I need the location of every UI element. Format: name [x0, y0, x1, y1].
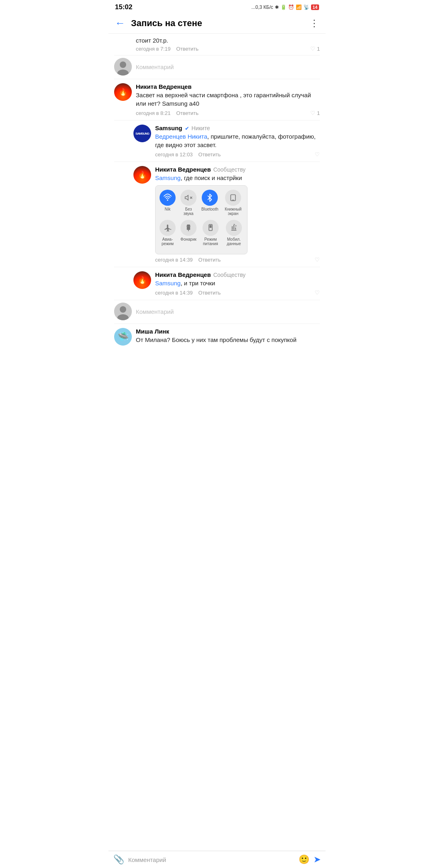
comment-text: Ведренцев Никита, пришлите, пожалуйста, … [155, 132, 320, 149]
comment-row: 🔥 Никита Ведренцев Засвет на верхней час… [108, 79, 326, 120]
reply-button[interactable]: Ответить [199, 290, 221, 296]
reply-to: Сообществу [213, 272, 246, 278]
header: ← Запись на стене ⋮ [108, 13, 326, 34]
comment-text: Засвет на верхней части смартфона , это … [136, 91, 320, 108]
reply-to: Никите [192, 125, 210, 131]
comment-text: От Милана? Боюсь у них там проблемы буду… [136, 336, 320, 344]
mobile-data-label: Мобил. данные [225, 237, 243, 246]
avatar: 🔥 [133, 271, 151, 289]
bluetooth-label: Bluetooth [201, 207, 218, 211]
comment-meta: сегодня в 14:39 Ответить ♡ [155, 256, 320, 263]
like-area: ♡ 1 [310, 45, 320, 52]
avatar: 🔥 [133, 166, 151, 184]
bluetooth-toggle-icon [202, 190, 218, 206]
wifi-label: Nik [165, 207, 170, 211]
svg-rect-8 [187, 227, 190, 230]
avatar: SAMSUNG [133, 125, 151, 142]
comment-text: Samsung, где поиск и настрйки [155, 174, 320, 182]
like-area: ♡ [315, 256, 320, 263]
flashlight-toggle-icon [180, 220, 197, 236]
reply-button[interactable]: Ответить [176, 110, 199, 116]
wifi-toggle-icon [160, 190, 176, 206]
like-count: 1 [317, 110, 320, 116]
author-name: Никита Ведренцев [155, 271, 211, 278]
heart-icon[interactable]: ♡ [315, 151, 320, 158]
toggle-mobile-data: Мобил. данные [225, 220, 243, 246]
comment-body: Никита Ведренцев Засвет на верхней части… [136, 83, 320, 116]
battery-percent: 14 [311, 4, 319, 10]
rotation-toggle-icon [225, 190, 241, 206]
author-name: Samsung [155, 125, 182, 131]
avatar: 🔥 [114, 83, 132, 101]
comment-time: сегодня в 12:03 [155, 151, 193, 158]
status-bar: 15:02 ...0,3 КБ/с ✱ 🔋 ⏰ 📶 📡 14 [108, 0, 326, 13]
comment-body: Samsung ✔ Никите Ведренцев Никита, пришл… [155, 125, 320, 158]
comment-meta: сегодня в 12:03 Ответить ♡ [155, 151, 320, 158]
comment-row: 🔥 Никита Ведренцев Сообществу Samsung, г… [108, 162, 326, 267]
reply-button[interactable]: Ответить [199, 151, 221, 158]
placeholder-text: Комментарий [136, 63, 174, 70]
wifi-icon: 📡 [303, 4, 309, 10]
svg-rect-11 [209, 225, 211, 228]
flashlight-label: Фонарик [180, 237, 197, 242]
toggle-power-mode: Режим питания [201, 220, 220, 246]
bluetooth-status-icon: ✱ [275, 4, 279, 10]
mention-link[interactable]: Samsung [155, 174, 180, 181]
placeholder-text: Комментарий [136, 308, 174, 315]
toggle-bluetooth: Bluetooth [201, 190, 218, 216]
comments-feed: стоит 20т.р. сегодня в 7:19 Ответить ♡ 1… [108, 34, 326, 378]
comment-body: Миша Линк От Милана? Боюсь у них там про… [136, 328, 320, 346]
comment-time: сегодня в 8:21 [136, 110, 170, 116]
comment-text: Samsung, и три точки [155, 279, 320, 287]
avatar: 🛸 [114, 328, 132, 346]
power-toggle-icon [203, 220, 219, 236]
page-title: Запись на стене [131, 18, 309, 29]
comment-time: сегодня в 14:39 [155, 290, 193, 296]
heart-icon[interactable]: ♡ [310, 110, 315, 116]
comment-meta: сегодня в 7:19 Ответить ♡ 1 [136, 45, 320, 54]
screenshot-image: Nik Без звука Bluetooth [155, 185, 248, 254]
status-icons: ...0,3 КБ/с ✱ 🔋 ⏰ 📶 📡 14 [252, 4, 319, 10]
mobile-data-toggle-icon [226, 220, 242, 236]
toggle-screen-rotation: Книжный экран [223, 190, 243, 216]
comment-time: сегодня в 7:19 [136, 46, 170, 52]
comment-row: 🛸 Миша Линк От Милана? Боюсь у них там п… [108, 324, 326, 350]
reply-button[interactable]: Ответить [176, 46, 199, 52]
airplane-toggle-icon [160, 220, 176, 236]
placeholder-comment-1: Комментарий [108, 55, 326, 79]
book-screen-label: Книжный экран [223, 207, 243, 216]
back-button[interactable]: ← [115, 17, 125, 29]
heart-icon[interactable]: ♡ [310, 45, 315, 52]
svg-point-1 [120, 61, 126, 68]
toggle-mute: Без звука [180, 190, 197, 216]
alarm-icon: ⏰ [288, 4, 294, 10]
battery-icon: 🔋 [280, 4, 287, 10]
toggle-airplane: Авиа-режим [160, 220, 176, 246]
mention-link[interactable]: Ведренцев Никита [155, 133, 207, 140]
toggle-wifi: Nik [160, 190, 176, 216]
author-name: Никита Ведренцев [155, 166, 211, 173]
mute-toggle-icon [180, 190, 197, 206]
mention-link[interactable]: Samsung [155, 280, 180, 287]
comment-body: Никита Ведренцев Сообществу Samsung, где… [155, 166, 320, 263]
like-area: ♡ [315, 289, 320, 296]
avatar [114, 303, 132, 320]
comment-row: 🔥 Никита Ведренцев Сообществу Samsung, и… [108, 267, 326, 300]
avatar [114, 58, 132, 76]
author-name: Никита Ведренцев [136, 83, 192, 90]
power-mode-label: Режим питания [201, 237, 220, 246]
heart-icon[interactable]: ♡ [315, 256, 320, 263]
svg-point-3 [167, 199, 168, 201]
more-options-button[interactable]: ⋮ [309, 18, 319, 29]
signal-icon: 📶 [296, 4, 302, 10]
like-area: ♡ [315, 151, 320, 158]
mute-label: Без звука [180, 207, 197, 216]
verified-icon: ✔ [185, 125, 189, 131]
status-time: 15:02 [115, 3, 132, 11]
placeholder-comment-2: Комментарий [108, 300, 326, 323]
author-name: Миша Линк [136, 328, 169, 335]
reply-button[interactable]: Ответить [199, 257, 221, 263]
comment-body: Никита Ведренцев Сообществу Samsung, и т… [155, 271, 320, 296]
comment-meta: сегодня в 8:21 Ответить ♡ 1 [136, 110, 320, 116]
heart-icon[interactable]: ♡ [315, 289, 320, 296]
